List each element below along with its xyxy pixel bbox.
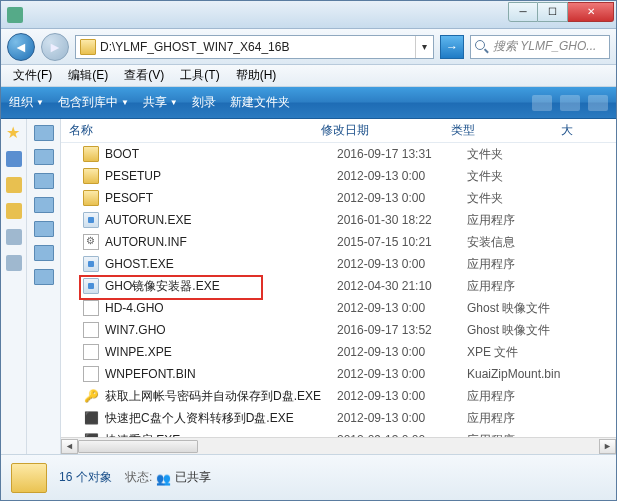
nav-item[interactable]	[34, 173, 54, 189]
menu-view[interactable]: 查看(V)	[116, 65, 172, 86]
fav-item[interactable]	[6, 255, 22, 271]
file-date: 2012-09-13 0:00	[337, 301, 467, 315]
scroll-thumb[interactable]	[78, 440, 198, 453]
organize-button[interactable]: 组织▼	[9, 94, 44, 111]
file-name: HD-4.GHO	[105, 301, 337, 315]
nav-item[interactable]	[34, 269, 54, 285]
col-date[interactable]: 修改日期	[321, 122, 451, 139]
include-button[interactable]: 包含到库中▼	[58, 94, 129, 111]
file-type: Ghost 映像文件	[467, 322, 577, 339]
file-type: 文件夹	[467, 190, 577, 207]
folder-icon	[80, 39, 96, 55]
chevron-down-icon: ▼	[36, 98, 44, 107]
file-row[interactable]: WNPEFONT.BIN2012-09-13 0:00KuaiZipMount.…	[61, 363, 616, 385]
file-rows: BOOT2016-09-17 13:31文件夹PESETUP2012-09-13…	[61, 143, 616, 437]
scroll-right-button[interactable]: ►	[599, 439, 616, 454]
view-options-icon[interactable]	[532, 95, 552, 111]
file-name: WINPE.XPE	[105, 345, 337, 359]
fav-item[interactable]	[6, 177, 22, 193]
file-type: KuaiZipMount.bin	[467, 367, 577, 381]
help-icon[interactable]	[588, 95, 608, 111]
share-button[interactable]: 共享▼	[143, 94, 178, 111]
file-row[interactable]: BOOT2016-09-17 13:31文件夹	[61, 143, 616, 165]
nav-item[interactable]	[34, 197, 54, 213]
file-type: XPE 文件	[467, 344, 577, 361]
shared-icon: 👥	[156, 472, 172, 484]
back-button[interactable]: ◄	[7, 33, 35, 61]
file-row[interactable]: ⬛快速把C盘个人资料转移到D盘.EXE2012-09-13 0:00应用程序	[61, 407, 616, 429]
toolbar: 组织▼ 包含到库中▼ 共享▼ 刻录 新建文件夹	[1, 87, 616, 119]
menu-tools[interactable]: 工具(T)	[172, 65, 227, 86]
horizontal-scrollbar[interactable]: ◄ ►	[61, 437, 616, 454]
file-name: BOOT	[105, 147, 337, 161]
maximize-button[interactable]: ☐	[538, 2, 568, 22]
exe-icon	[83, 212, 99, 228]
titlebar[interactable]: ─ ☐ ✕	[1, 1, 616, 29]
file-row[interactable]: PESETUP2012-09-13 0:00文件夹	[61, 165, 616, 187]
nav-item[interactable]	[34, 125, 54, 141]
address-dropdown[interactable]: ▾	[415, 36, 433, 58]
menu-file[interactable]: 文件(F)	[5, 65, 60, 86]
close-button[interactable]: ✕	[568, 2, 614, 22]
search-placeholder: 搜索 YLMF_GHO...	[493, 38, 596, 55]
item-count: 16 个对象	[59, 470, 112, 484]
scroll-track[interactable]	[78, 439, 599, 454]
menu-help[interactable]: 帮助(H)	[228, 65, 285, 86]
file-date: 2016-01-30 18:22	[337, 213, 467, 227]
col-size[interactable]: 大	[561, 122, 616, 139]
col-name[interactable]: 名称	[61, 122, 321, 139]
gho-icon	[83, 322, 99, 338]
file-type: 应用程序	[467, 212, 577, 229]
preview-pane-icon[interactable]	[560, 95, 580, 111]
file-name: AUTORUN.INF	[105, 235, 337, 249]
body: ★ 名称 修改日期 类型 大 BOOT2016-09-17 13:31文件夹PE…	[1, 119, 616, 454]
shared-text: 已共享	[175, 470, 211, 484]
nav-item[interactable]	[34, 221, 54, 237]
file-row[interactable]: HD-4.GHO2012-09-13 0:00Ghost 映像文件	[61, 297, 616, 319]
fav-item[interactable]	[6, 203, 22, 219]
forward-button[interactable]: ►	[41, 33, 69, 61]
file-date: 2012-09-13 0:00	[337, 191, 467, 205]
file-date: 2012-09-13 0:00	[337, 411, 467, 425]
search-icon	[475, 40, 489, 54]
file-list-area: 名称 修改日期 类型 大 BOOT2016-09-17 13:31文件夹PESE…	[61, 119, 616, 454]
file-row[interactable]: WIN7.GHO2016-09-17 13:52Ghost 映像文件	[61, 319, 616, 341]
red-icon: ⬛	[83, 410, 99, 426]
nav-item[interactable]	[34, 149, 54, 165]
file-name: PESETUP	[105, 169, 337, 183]
search-input[interactable]: 搜索 YLMF_GHO...	[470, 35, 610, 59]
scroll-left-button[interactable]: ◄	[61, 439, 78, 454]
fav-item[interactable]	[6, 151, 22, 167]
nav-bar: ◄ ► D:\YLMF_GHOST_WIN7_X64_16B ▾ → 搜索 YL…	[1, 29, 616, 65]
explorer-window: ─ ☐ ✕ ◄ ► D:\YLMF_GHOST_WIN7_X64_16B ▾ →…	[0, 0, 617, 501]
file-date: 2012-09-13 0:00	[337, 169, 467, 183]
folder-icon	[83, 190, 99, 206]
file-type: Ghost 映像文件	[467, 300, 577, 317]
file-name: GHO镜像安装器.EXE	[105, 278, 337, 295]
refresh-button[interactable]: →	[440, 35, 464, 59]
minimize-button[interactable]: ─	[508, 2, 538, 22]
col-type[interactable]: 类型	[451, 122, 561, 139]
newfolder-button[interactable]: 新建文件夹	[230, 94, 290, 111]
nav-item[interactable]	[34, 245, 54, 261]
fav-item[interactable]	[6, 229, 22, 245]
file-row[interactable]: ⬛快速重启.EXE2012-09-13 0:00应用程序	[61, 429, 616, 437]
file-row[interactable]: GHOST.EXE2012-09-13 0:00应用程序	[61, 253, 616, 275]
file-date: 2012-09-13 0:00	[337, 367, 467, 381]
file-row[interactable]: WINPE.XPE2012-09-13 0:00XPE 文件	[61, 341, 616, 363]
file-name: WNPEFONT.BIN	[105, 367, 337, 381]
file-type: 应用程序	[467, 410, 577, 427]
file-type: 文件夹	[467, 168, 577, 185]
favorites-star-icon[interactable]: ★	[6, 125, 22, 141]
burn-button[interactable]: 刻录	[192, 94, 216, 111]
bin-icon	[83, 366, 99, 382]
file-row[interactable]: AUTORUN.INF2015-07-15 10:21安装信息	[61, 231, 616, 253]
file-type: 应用程序	[467, 256, 577, 273]
file-row[interactable]: 🔑获取上网帐号密码并自动保存到D盘.EXE2012-09-13 0:00应用程序	[61, 385, 616, 407]
file-row[interactable]: AUTORUN.EXE2016-01-30 18:22应用程序	[61, 209, 616, 231]
address-bar[interactable]: D:\YLMF_GHOST_WIN7_X64_16B ▾	[75, 35, 434, 59]
menu-edit[interactable]: 编辑(E)	[60, 65, 116, 86]
favorites-pane: ★	[1, 119, 27, 454]
file-row[interactable]: PESOFT2012-09-13 0:00文件夹	[61, 187, 616, 209]
file-row[interactable]: GHO镜像安装器.EXE2012-04-30 21:10应用程序	[61, 275, 616, 297]
